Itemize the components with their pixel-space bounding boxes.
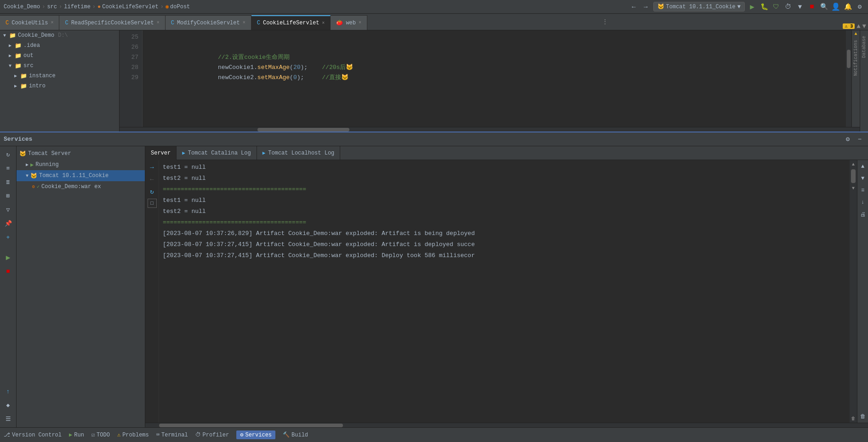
tab-cookielife[interactable]: C CookieLifeServlet ×	[251, 15, 331, 30]
srv-expand-all-btn[interactable]: ≣	[3, 177, 14, 188]
status-terminal[interactable]: ⌨ Terminal	[156, 431, 188, 438]
user-icon[interactable]: 👤	[831, 2, 840, 11]
status-problems[interactable]: ⚠ Problems	[117, 431, 149, 438]
v-scroll-down-arrow[interactable]: ▼	[850, 185, 857, 191]
srv-running-arrow: ▶	[26, 162, 29, 167]
tabs-overflow-button[interactable]: ⋮	[598, 18, 612, 26]
status-services[interactable]: ⚙ Services	[236, 431, 275, 439]
srv-tree-tomcat-server[interactable]: 🐱 Tomcat Server	[17, 148, 145, 159]
profile-button[interactable]: ⏱	[783, 2, 793, 11]
tab-close-cookieutils[interactable]: ×	[51, 20, 53, 25]
srv-right-down[interactable]: ▼	[858, 174, 868, 183]
tree-item-out[interactable]: ▶ 📁 out	[0, 51, 119, 61]
breadcrumb-project[interactable]: Cookie_Demo	[4, 4, 40, 10]
tree-root[interactable]: ▼ 📁 Cookie_Demo D:\	[0, 30, 119, 40]
srv-deploy-btn[interactable]: ↑	[3, 386, 14, 397]
srv-refresh-btn[interactable]: ↻	[3, 149, 14, 160]
log-vertical-scrollbar[interactable]: ▲ ▼ 🗑	[850, 160, 857, 423]
tab-close-web[interactable]: ×	[359, 20, 361, 25]
srv-right-print[interactable]: 🖨	[858, 210, 868, 219]
srv-tree-running[interactable]: ▶ ▶ Running	[17, 159, 145, 170]
srv-right-list[interactable]: ≡	[858, 186, 868, 195]
profiler-label: Profiler	[203, 432, 229, 438]
tree-item-instance[interactable]: ▶ 📁 instance	[0, 71, 119, 81]
more-actions-chevron[interactable]: ▼	[795, 2, 805, 11]
coverage-button[interactable]: 🛡	[771, 2, 781, 11]
expand-panel-button[interactable]: ▼	[862, 23, 866, 30]
tab-readspecific[interactable]: C ReadSpecificCookieServlet ×	[59, 15, 165, 30]
status-run[interactable]: ▶ Run	[69, 431, 84, 438]
tab-cookieutils[interactable]: C CookieUtils ×	[0, 15, 59, 30]
debug-button[interactable]: 🐛	[760, 2, 769, 11]
srv-tree-artifact[interactable]: ⚙ ✓ Cookie_Demo:war ex	[17, 181, 145, 192]
srv-stop-btn[interactable]: ■	[3, 266, 14, 277]
tree-item-intro[interactable]: ▶ 📁 intro	[0, 81, 119, 91]
notification-label: Notifications	[853, 40, 858, 76]
notifications-icon[interactable]: 🔔	[843, 2, 852, 11]
tab-close-modifycookie[interactable]: ×	[243, 20, 246, 25]
log-arrow-right[interactable]: →	[148, 163, 157, 172]
run-config[interactable]: 🐱 Tomcat 10.1.11_Cookie ▼	[653, 2, 745, 11]
project-tree: ▼ 📁 Cookie_Demo D:\ ▶ 📁 .idea ▶ 📁 out ▼	[0, 30, 119, 132]
stop-button[interactable]: ■	[807, 2, 817, 11]
srv-right-trash[interactable]: 🗑	[858, 412, 868, 421]
breadcrumb-lifetime[interactable]: lifetime	[64, 4, 91, 10]
srv-pin-btn[interactable]: 📌	[3, 218, 14, 229]
settings-icon[interactable]: ⚙	[855, 2, 864, 11]
vertical-scrollbar[interactable]	[846, 30, 851, 127]
log-h-scroll-thumb[interactable]	[159, 424, 343, 427]
services-minimize-icon[interactable]: −	[855, 135, 864, 144]
log-tab-server[interactable]: Server	[145, 146, 177, 160]
srv-right-up[interactable]: ▲	[858, 162, 868, 171]
log-arrow-square[interactable]: □	[148, 199, 157, 208]
status-profiler[interactable]: ⏱ Profiler	[195, 431, 229, 438]
tab-modifycookie[interactable]: C ModifyCookieServlet ×	[166, 15, 251, 30]
srv-tree-tomcat-instance[interactable]: ▼ 🐱 Tomcat 10.1.11_Cookie	[17, 170, 145, 181]
log-tab-localhost-label: Tomcat Localhost Log	[268, 150, 334, 156]
srv-run-btn[interactable]: ▶	[3, 252, 14, 263]
srv-tool-extra1[interactable]: ◆	[3, 400, 14, 411]
horizontal-scrollbar[interactable]	[120, 127, 860, 132]
run-button[interactable]: ▶	[748, 2, 757, 11]
tab-close-cookielife[interactable]: ×	[322, 21, 325, 26]
tab-web[interactable]: 🍅 web ×	[331, 15, 367, 30]
tree-item-idea[interactable]: ▶ 📁 .idea	[0, 40, 119, 51]
back-button[interactable]: ←	[629, 2, 639, 11]
log-tab-localhost[interactable]: ▶ Tomcat Localhost Log	[257, 146, 341, 160]
breadcrumb-method[interactable]: doPost	[170, 4, 190, 10]
v-scroll-thumb[interactable]	[851, 169, 856, 183]
tree-out-label: out	[23, 52, 34, 59]
log-arrow-refresh[interactable]: ↻	[148, 187, 157, 196]
breadcrumb-src[interactable]: src	[47, 4, 57, 10]
log-tab-catalina[interactable]: ▶ Tomcat Catalina Log	[177, 146, 257, 160]
h-scroll-thumb[interactable]	[257, 128, 349, 132]
top-bar: Cookie_Demo › src › lifetime › ● CookieL…	[0, 0, 868, 14]
status-todo[interactable]: ☑ TODO	[91, 431, 110, 438]
status-version-control[interactable]: ⎇ Version Control	[4, 431, 62, 438]
tab-close-readspecific[interactable]: ×	[157, 20, 160, 25]
forward-button[interactable]: →	[641, 2, 651, 11]
srv-filter-btn[interactable]: ▽	[3, 204, 14, 215]
srv-right-download[interactable]: ↓	[858, 198, 868, 207]
srv-add-btn[interactable]: +	[3, 232, 14, 243]
top-bar-right: ← → 🐱 Tomcat 10.1.11_Cookie ▼ ▶ 🐛 🛡 ⏱ ▼ …	[629, 2, 864, 11]
search-button[interactable]: 🔍	[819, 2, 828, 11]
collapse-panel-button[interactable]: ▲	[857, 23, 860, 30]
srv-artifact-check: ✓	[37, 184, 40, 189]
v-scroll-up-arrow[interactable]: ▲	[850, 161, 857, 167]
terminal-icon: ⌨	[156, 431, 160, 438]
srv-tool-extra2[interactable]: ☰	[3, 413, 14, 425]
log-horizontal-scrollbar[interactable]	[145, 423, 868, 427]
srv-collapse-all-btn[interactable]: ≡	[3, 163, 14, 174]
breadcrumb-servlet[interactable]: CookieLifeServlet	[102, 4, 158, 10]
scroll-thumb[interactable]	[847, 50, 851, 68]
line-num-25: 25	[120, 32, 138, 42]
services-settings-icon[interactable]: ⚙	[843, 135, 852, 144]
log-arrow-left[interactable]: ←	[148, 175, 157, 184]
srv-group-btn[interactable]: ⊞	[3, 190, 14, 201]
status-build[interactable]: 🔨 Build	[283, 431, 308, 438]
profiler-icon: ⏱	[195, 431, 201, 438]
code-content[interactable]: //2.设置cookie生命周期 newCookie1.setMaxAge(20…	[143, 30, 846, 127]
tree-item-src[interactable]: ▼ 📁 src	[0, 61, 119, 71]
log-clear-btn[interactable]: 🗑	[850, 415, 857, 422]
